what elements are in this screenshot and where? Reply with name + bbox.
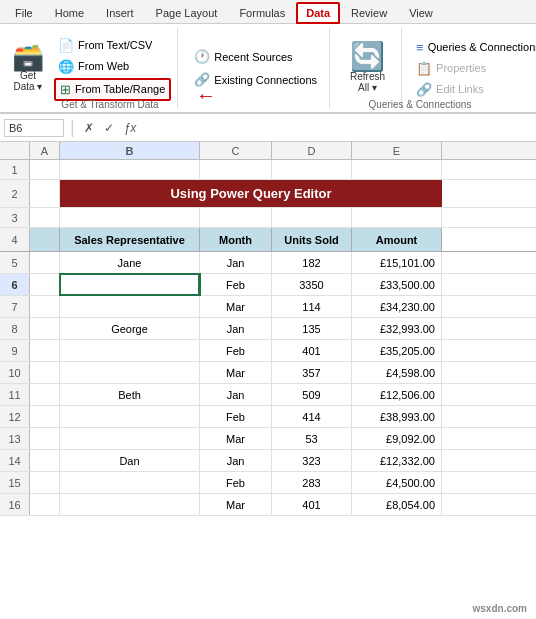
cell-sales-rep[interactable] <box>60 340 200 361</box>
from-text-csv-button[interactable]: 📄 From Text/CSV <box>54 36 171 55</box>
cell-month[interactable]: Mar <box>200 494 272 515</box>
tab-file[interactable]: File <box>4 2 44 23</box>
col-header-d[interactable]: D <box>272 142 352 159</box>
cell[interactable] <box>200 208 272 227</box>
cell-amount[interactable]: £12,506.00 <box>352 384 442 405</box>
cell-month[interactable]: Feb <box>200 406 272 427</box>
cell-amount[interactable]: £15,101.00 <box>352 252 442 273</box>
col-header-c[interactable]: C <box>200 142 272 159</box>
cell[interactable] <box>352 160 442 179</box>
cell-units[interactable]: 283 <box>272 472 352 493</box>
cell-month[interactable]: Jan <box>200 318 272 339</box>
cell-units[interactable]: 509 <box>272 384 352 405</box>
properties-button[interactable]: 📋 Properties <box>412 59 536 78</box>
queries-connections-button[interactable]: ≡ Queries & Connections <box>412 38 536 57</box>
from-table-button[interactable]: ⊞ From Table/Range <box>54 78 171 101</box>
cell[interactable] <box>30 160 60 179</box>
cell-units[interactable]: 3350 <box>272 274 352 295</box>
col-header-b[interactable]: B <box>60 142 200 159</box>
tab-page-layout[interactable]: Page Layout <box>145 2 229 23</box>
cell-amount[interactable]: £33,500.00 <box>352 274 442 295</box>
cell-month[interactable]: Jan <box>200 252 272 273</box>
cell[interactable] <box>30 450 60 471</box>
name-box[interactable] <box>4 119 64 137</box>
cell-units[interactable]: 357 <box>272 362 352 383</box>
tab-review[interactable]: Review <box>340 2 398 23</box>
cell-amount[interactable]: £34,230.00 <box>352 296 442 317</box>
tab-formulas[interactable]: Formulas <box>228 2 296 23</box>
edit-links-button[interactable]: 🔗 Edit Links <box>412 80 536 99</box>
cell-month[interactable]: Jan <box>200 450 272 471</box>
row-num-header <box>0 142 30 159</box>
cell[interactable] <box>272 208 352 227</box>
cell[interactable] <box>30 228 60 251</box>
cell[interactable] <box>30 252 60 273</box>
cell[interactable] <box>30 494 60 515</box>
cell-amount[interactable]: £35,205.00 <box>352 340 442 361</box>
cell-month[interactable]: Mar <box>200 428 272 449</box>
cancel-icon[interactable]: ✗ <box>81 121 97 135</box>
cell[interactable] <box>200 160 272 179</box>
cell[interactable] <box>30 208 60 227</box>
tab-view[interactable]: View <box>398 2 444 23</box>
cell-sales-rep[interactable] <box>60 406 200 427</box>
cell-units[interactable]: 114 <box>272 296 352 317</box>
cell[interactable] <box>30 274 60 295</box>
cell[interactable] <box>352 208 442 227</box>
cell-sales-rep[interactable] <box>60 494 200 515</box>
confirm-icon[interactable]: ✓ <box>101 121 117 135</box>
cell-sales-rep[interactable]: Beth <box>60 384 200 405</box>
recent-sources-button[interactable]: 🕐 Recent Sources <box>190 47 321 66</box>
cell-sales-rep[interactable] <box>60 362 200 383</box>
cell-amount[interactable]: £12,332.00 <box>352 450 442 471</box>
col-header-a[interactable]: A <box>30 142 60 159</box>
cell-month[interactable]: Mar <box>200 296 272 317</box>
insert-function-icon[interactable]: ƒx <box>121 121 140 135</box>
cell-sales-rep[interactable] <box>60 296 200 317</box>
cell-units[interactable]: 323 <box>272 450 352 471</box>
cell[interactable] <box>30 406 60 427</box>
cell-units[interactable]: 414 <box>272 406 352 427</box>
cell-sales-rep[interactable] <box>60 428 200 449</box>
tab-insert[interactable]: Insert <box>95 2 145 23</box>
tab-home[interactable]: Home <box>44 2 95 23</box>
cell-amount[interactable]: £32,993.00 <box>352 318 442 339</box>
cell[interactable] <box>30 296 60 317</box>
col-header-e[interactable]: E <box>352 142 442 159</box>
cell-sales-rep[interactable]: Jane <box>60 252 200 273</box>
cell[interactable] <box>60 208 200 227</box>
cell-units[interactable]: 182 <box>272 252 352 273</box>
cell-units[interactable]: 53 <box>272 428 352 449</box>
tab-data[interactable]: Data <box>296 2 340 24</box>
cell[interactable] <box>272 160 352 179</box>
from-web-button[interactable]: 🌐 From Web <box>54 57 171 76</box>
get-data-button[interactable]: 🗃️ GetData ▾ <box>4 28 52 108</box>
cell-amount[interactable]: £9,092.00 <box>352 428 442 449</box>
cell-sales-rep[interactable] <box>60 274 200 295</box>
cell-month[interactable]: Feb <box>200 472 272 493</box>
cell-amount[interactable]: £4,500.00 <box>352 472 442 493</box>
cell-month[interactable]: Mar <box>200 362 272 383</box>
cell[interactable] <box>30 318 60 339</box>
cell-amount[interactable]: £38,993.00 <box>352 406 442 427</box>
cell[interactable] <box>30 340 60 361</box>
formula-input[interactable] <box>143 121 532 135</box>
cell[interactable] <box>30 384 60 405</box>
cell-units[interactable]: 401 <box>272 494 352 515</box>
cell-amount[interactable]: £8,054.00 <box>352 494 442 515</box>
cell-month[interactable]: Feb <box>200 274 272 295</box>
cell-amount[interactable]: £4,598.00 <box>352 362 442 383</box>
refresh-all-button[interactable]: 🔄 RefreshAll ▾ <box>344 39 391 97</box>
cell[interactable] <box>60 160 200 179</box>
cell[interactable] <box>30 362 60 383</box>
cell-sales-rep[interactable]: George <box>60 318 200 339</box>
cell-sales-rep[interactable] <box>60 472 200 493</box>
cell[interactable] <box>30 472 60 493</box>
cell-sales-rep[interactable]: Dan <box>60 450 200 471</box>
cell[interactable] <box>30 180 60 207</box>
cell-units[interactable]: 401 <box>272 340 352 361</box>
cell-units[interactable]: 135 <box>272 318 352 339</box>
cell-month[interactable]: Jan <box>200 384 272 405</box>
cell-month[interactable]: Feb <box>200 340 272 361</box>
cell[interactable] <box>30 428 60 449</box>
